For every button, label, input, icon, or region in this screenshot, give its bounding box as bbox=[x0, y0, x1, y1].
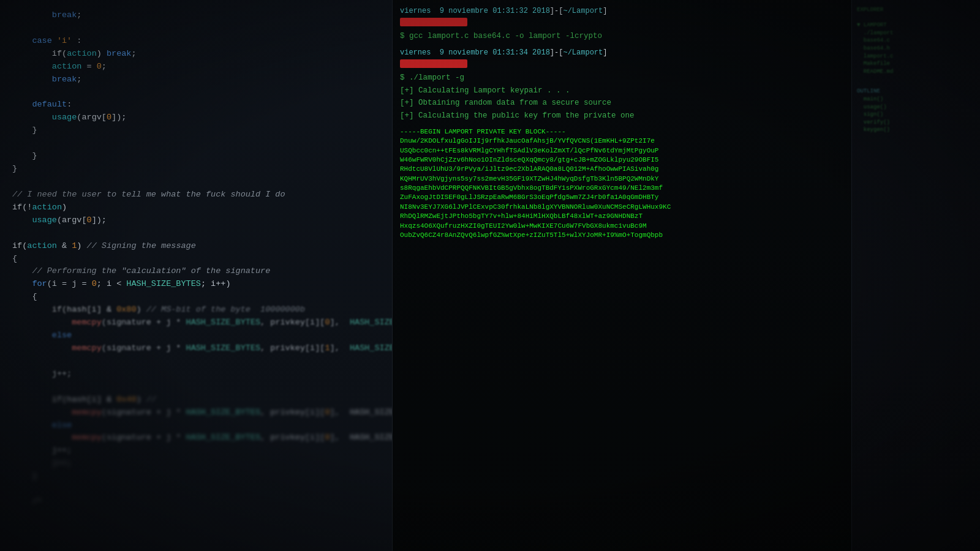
code-line: if(action & 1) // Signing the message bbox=[12, 240, 380, 253]
code-line: { bbox=[12, 253, 380, 266]
terminal-red-bar-2 bbox=[400, 59, 467, 68]
code-line: usage(argv[0]); bbox=[12, 214, 380, 227]
terminal-output-3: [+] Calculating the public key from the … bbox=[393, 110, 851, 122]
sidebar-line: ▼ LAMPORT bbox=[857, 21, 975, 29]
code-line: for(i = j = 0; i < HASH_SIZE_BYTES; i++) bbox=[12, 278, 380, 291]
code-line bbox=[12, 381, 380, 394]
sidebar-line: usage() bbox=[857, 103, 975, 111]
code-line: } bbox=[12, 470, 380, 483]
terminal: viernes 9 noviembre 01:31:32 2018 ]-[ ~/… bbox=[392, 0, 851, 551]
sidebar-line: keygen() bbox=[857, 126, 975, 134]
code-line bbox=[12, 227, 380, 240]
code-line bbox=[12, 355, 380, 368]
code-line: j++; bbox=[12, 368, 380, 381]
code-line bbox=[12, 483, 380, 496]
code-line: { bbox=[12, 291, 380, 304]
code-line: case 'i' : bbox=[12, 35, 380, 48]
sidebar-line: lamport.c bbox=[857, 53, 975, 61]
code-line: break; bbox=[12, 73, 380, 86]
sidebar-line: EXPLORER bbox=[857, 6, 975, 14]
terminal-command-1: $ gcc lamport.c base64.c -o lamport -lcr… bbox=[393, 30, 851, 43]
code-line: if(hash[i] & 0x80) // MS-bit of the byte… bbox=[12, 304, 380, 317]
file-sidebar: EXPLORER ▼ LAMPORT ./lamport base64.c ba… bbox=[851, 0, 980, 551]
sidebar-line: README.md bbox=[857, 68, 975, 76]
code-line: memcpy(signature + j * HASH_SIZE_BYTES, … bbox=[12, 342, 380, 355]
sidebar-line: base64.h bbox=[857, 45, 975, 53]
sidebar-line: OUTLINE bbox=[857, 88, 975, 96]
sidebar-line: verify() bbox=[857, 119, 975, 127]
code-line: if(!action) bbox=[12, 201, 380, 214]
code-line: memcpy(signature + j * HASH_SIZE_BYTES, … bbox=[12, 317, 380, 329]
terminal-datetime-1: viernes 9 noviembre 01:31:32 2018 ]-[ ~/… bbox=[393, 5, 851, 17]
code-editor: break; case 'i' : if(action) break; acti… bbox=[0, 0, 392, 551]
code-line: else bbox=[12, 419, 380, 432]
code-line: /* bbox=[12, 496, 380, 509]
code-line bbox=[12, 176, 380, 189]
code-line bbox=[12, 22, 380, 35]
code-line: // I need the user to tell me what the f… bbox=[12, 189, 380, 201]
sidebar-content: EXPLORER ▼ LAMPORT ./lamport base64.c ba… bbox=[852, 0, 980, 140]
code-line: j++; bbox=[12, 444, 380, 457]
terminal-output-1: [+] Calculating Lamport keypair . . . bbox=[393, 84, 851, 97]
code-line: memcpy(signature + j * HASH_SIZE_BYTES, … bbox=[12, 432, 380, 444]
sidebar-line bbox=[857, 14, 975, 22]
code-line: else bbox=[12, 329, 380, 342]
sidebar-line: main() bbox=[857, 96, 975, 103]
sidebar-line: sign() bbox=[857, 111, 975, 119]
code-line: if(hash[i] & 0x40) // bbox=[12, 394, 380, 407]
code-line: break; bbox=[12, 9, 380, 22]
code-line bbox=[12, 137, 380, 150]
code-line: action = 0; bbox=[12, 61, 380, 73]
terminal-key-block: -----BEGIN LAMPORT PRIVATE KEY BLOCK----… bbox=[393, 126, 851, 242]
code-content: break; case 'i' : if(action) break; acti… bbox=[0, 6, 392, 512]
code-line: default: bbox=[12, 99, 380, 111]
terminal-red-bar-1 bbox=[400, 18, 467, 26]
terminal-body: viernes 9 noviembre 01:31:32 2018 ]-[ ~/… bbox=[393, 0, 851, 241]
code-line: usage(argv[0]); bbox=[12, 111, 380, 124]
sidebar-line: ./lamport bbox=[857, 29, 975, 37]
code-line: memcpy(signature + j * HASH_SIZE_BYTES, … bbox=[12, 407, 380, 419]
code-line: // Performing the "calculation" of the s… bbox=[12, 265, 380, 278]
code-line: if(action) break; bbox=[12, 48, 380, 61]
terminal-command-2: $ ./lamport -g bbox=[393, 72, 851, 84]
sidebar-line: Makefile bbox=[857, 60, 975, 68]
code-line: } bbox=[12, 150, 380, 163]
code-line: } bbox=[12, 124, 380, 137]
code-line: j++; bbox=[12, 457, 380, 470]
sidebar-line: base64.c bbox=[857, 37, 975, 45]
code-line bbox=[12, 86, 380, 99]
terminal-output-2: [+] Obtaining random data from a secure … bbox=[393, 97, 851, 110]
terminal-datetime-2: viernes 9 noviembre 01:31:34 2018 ]-[ ~/… bbox=[393, 47, 851, 59]
code-line: } bbox=[12, 163, 380, 176]
